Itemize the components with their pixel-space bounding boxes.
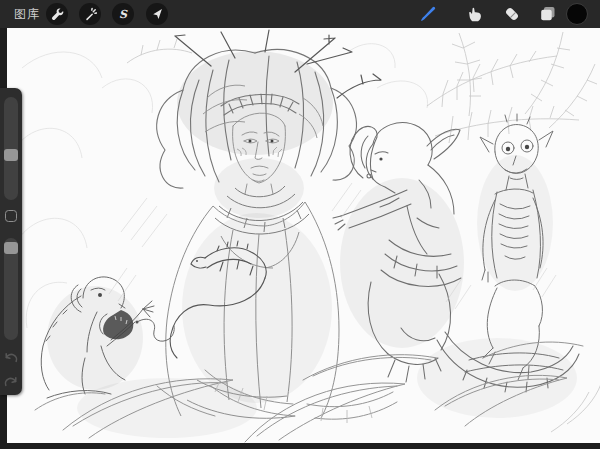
opacity-slider[interactable] [4, 238, 18, 340]
top-toolbar: 图库 S [0, 0, 600, 28]
adjustments-button[interactable] [79, 3, 101, 25]
magic-wand-icon [83, 7, 97, 21]
transform-arrow-icon [150, 7, 164, 21]
smudge-finger-icon [465, 4, 485, 24]
layers-icon [538, 4, 558, 24]
redo-arrow-icon [3, 374, 19, 390]
wrench-icon [50, 7, 64, 21]
canvas[interactable] [7, 28, 600, 443]
artwork-sketch [7, 28, 600, 443]
smudge-tool-button[interactable] [465, 4, 485, 24]
left-sidebar [0, 88, 22, 395]
layers-button[interactable] [538, 4, 558, 24]
svg-text:S: S [119, 8, 128, 21]
brush-size-handle[interactable] [4, 149, 18, 161]
brush-size-slider[interactable] [4, 97, 18, 200]
procreate-window: 图库 S [0, 0, 600, 449]
opacity-handle[interactable] [4, 242, 18, 254]
gallery-button[interactable]: 图库 [14, 0, 40, 28]
undo-button[interactable] [3, 350, 19, 366]
color-button[interactable] [566, 3, 588, 25]
paint-tool-button[interactable] [418, 4, 438, 24]
redo-button[interactable] [3, 374, 19, 390]
selection-s-icon: S [116, 7, 130, 21]
actions-button[interactable] [46, 3, 68, 25]
eraser-icon [502, 4, 522, 24]
transform-button[interactable] [146, 3, 168, 25]
selection-button[interactable]: S [112, 3, 134, 25]
modify-button[interactable] [5, 210, 17, 222]
brush-icon [418, 4, 438, 24]
erase-tool-button[interactable] [502, 4, 522, 24]
undo-arrow-icon [3, 350, 19, 366]
